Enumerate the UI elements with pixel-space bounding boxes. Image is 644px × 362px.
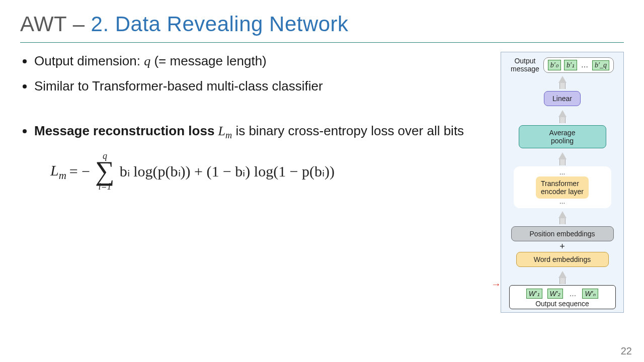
avg-pool-l1: Average	[527, 129, 598, 137]
avg-pool-block: Average pooling	[519, 125, 606, 148]
output-sequence-label: Output sequence	[535, 300, 589, 308]
plus-icon: +	[559, 241, 565, 252]
slide-title: AWT – 2. Data Revealing Network	[20, 12, 624, 36]
arrow-stem	[559, 117, 566, 123]
stack-dots-bot: …	[559, 200, 566, 205]
arrow-up-icon	[558, 271, 567, 278]
sigma-icon: ∑	[95, 160, 115, 182]
ellipsis-icon: …	[568, 290, 577, 298]
slide: AWT – 2. Data Revealing Network Output d…	[0, 0, 644, 362]
slide-body: Output dimension: q (= message length) S…	[20, 52, 624, 313]
bullet-2: Similar to Transformer-based multi-class…	[34, 77, 489, 96]
word-embeddings-block: Word embeddings	[516, 252, 609, 267]
eq-equals-neg: = −	[69, 160, 90, 183]
arrow-stem	[559, 159, 566, 165]
arrow-up-icon	[558, 152, 567, 159]
word-token: W′₁	[526, 289, 542, 299]
arrow-up-icon	[558, 76, 567, 83]
pointer-arrow-icon: →	[491, 279, 501, 290]
arrow-stem	[559, 83, 566, 89]
encoder-l2: encoder layer	[541, 188, 584, 196]
avg-pool-l2: pooling	[527, 137, 598, 145]
bullet-1-post: (= message length)	[150, 53, 267, 68]
bit-token: b′₀	[548, 60, 561, 70]
bullet-3-strong: Message reconstruction loss	[34, 123, 218, 138]
bit-token: b′_q	[592, 60, 609, 70]
bullet-list: Output dimension: q (= message length) S…	[20, 52, 489, 96]
linear-block: Linear	[544, 91, 581, 106]
encoder-l1: Transformer	[541, 179, 584, 188]
word-token: W′ₙ	[582, 289, 598, 299]
output-message-l2: message	[511, 65, 539, 73]
title-main: 2. Data Revealing Network	[91, 12, 349, 36]
bullet-3-var: L	[218, 124, 225, 138]
content-left: Output dimension: q (= message length) S…	[20, 52, 489, 191]
output-bits-box: b′₀ b′₁ … b′_q	[543, 57, 614, 73]
output-sequence-tokens: W′₁ W′₂ … W′ₙ	[515, 289, 610, 299]
eq-L: L	[50, 162, 59, 178]
word-token: W′₂	[547, 289, 564, 299]
bullet-3-sub: m	[225, 131, 232, 141]
bullet-list-2: Message reconstruction loss Lm is binary…	[20, 122, 489, 142]
bullet-1-var: q	[144, 54, 150, 68]
slide-number: 22	[621, 345, 632, 357]
stack-dots-top: …	[559, 170, 566, 175]
position-embeddings-block: Position embeddings	[511, 226, 614, 241]
equation: Lm = − q ∑ i=1 bᵢ log(p(bᵢ)) + (1 − bᵢ) …	[50, 151, 489, 191]
bit-token: b′₁	[564, 60, 577, 70]
output-message-label: Output message	[511, 57, 539, 73]
content-right: Output message b′₀ b′₁ … b′_q Linear	[501, 52, 624, 313]
title-prefix: AWT –	[20, 12, 85, 36]
output-message-l1: Output	[511, 57, 539, 65]
title-divider	[20, 42, 624, 43]
eq-sum: q ∑ i=1	[95, 151, 115, 191]
eq-sum-bot: i=1	[98, 182, 111, 191]
arrow-up-icon	[558, 211, 567, 218]
arrow-stem	[559, 278, 566, 284]
spacer	[20, 102, 489, 122]
architecture-diagram: Output message b′₀ b′₁ … b′_q Linear	[501, 52, 624, 313]
arrow-up-icon	[558, 110, 567, 117]
encoder-layer-block: Transformer encoder layer	[536, 176, 589, 199]
eq-L-sub: m	[59, 169, 66, 182]
eq-rhs: bᵢ log(p(bᵢ)) + (1 − bᵢ) log(1 − p(bᵢ))	[120, 160, 335, 183]
bullet-1-pre: Output dimension:	[34, 53, 144, 68]
ellipsis-icon: …	[580, 61, 589, 69]
diagram-output-row: Output message b′₀ b′₁ … b′_q	[505, 57, 619, 73]
arrow-stem	[559, 218, 566, 224]
output-sequence-box: W′₁ W′₂ … W′ₙ Output sequence	[509, 285, 616, 309]
bullet-3-post: is binary cross-entropy loss over all bi…	[232, 123, 464, 138]
bullet-3: Message reconstruction loss Lm is binary…	[34, 122, 489, 142]
encoder-stack-block: … Transformer encoder layer …	[514, 166, 611, 208]
bullet-1: Output dimension: q (= message length)	[34, 52, 489, 71]
